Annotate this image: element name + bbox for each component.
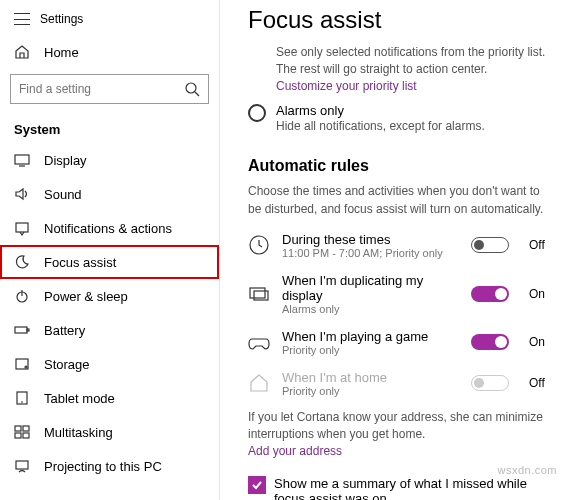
rule-sub: Priority only: [282, 344, 459, 356]
sidebar-item-focus-assist[interactable]: Focus assist: [0, 245, 219, 279]
sidebar-item-label: Multitasking: [44, 425, 113, 440]
priority-only-desc: See only selected notifications from the…: [276, 44, 551, 79]
duplicate-display-icon: [248, 283, 270, 305]
storage-icon: [14, 356, 30, 372]
sidebar-item-label: Focus assist: [44, 255, 116, 270]
toggle-game[interactable]: [471, 334, 509, 350]
svg-point-10: [25, 366, 27, 368]
toggle-home: [471, 375, 509, 391]
sidebar-item-label: Storage: [44, 357, 90, 372]
summary-label: Show me a summary of what I missed while…: [274, 476, 551, 500]
sidebar-item-multitasking[interactable]: Multitasking: [0, 415, 219, 449]
notifications-icon: [14, 220, 30, 236]
automatic-rules-title: Automatic rules: [248, 157, 551, 175]
sidebar: Settings Home System Display Sound: [0, 0, 220, 500]
sidebar-item-storage[interactable]: Storage: [0, 347, 219, 381]
rule-sub: Priority only: [282, 385, 459, 397]
sidebar-item-tablet[interactable]: Tablet mode: [0, 381, 219, 415]
svg-point-0: [186, 83, 196, 93]
toggle-state: Off: [529, 376, 551, 390]
search-input[interactable]: [19, 82, 179, 96]
search-box[interactable]: [10, 74, 209, 104]
toggle-duplicating[interactable]: [471, 286, 509, 302]
svg-rect-16: [23, 433, 29, 438]
customize-priority-link[interactable]: Customize your priority list: [276, 79, 551, 93]
moon-icon: [14, 254, 30, 270]
page-title: Focus assist: [248, 6, 551, 34]
sidebar-item-label: Tablet mode: [44, 391, 115, 406]
projecting-icon: [14, 458, 30, 474]
svg-rect-2: [15, 155, 29, 164]
toggle-state: On: [529, 335, 551, 349]
sidebar-item-label: Projecting to this PC: [44, 459, 162, 474]
alarms-only-option[interactable]: Alarms only Hide all notifications, exce…: [248, 103, 551, 135]
svg-rect-8: [27, 329, 29, 331]
sidebar-item-power[interactable]: Power & sleep: [0, 279, 219, 313]
toggle-state: Off: [529, 238, 551, 252]
rule-title: When I'm playing a game: [282, 329, 459, 344]
svg-rect-17: [16, 461, 28, 469]
home-nav[interactable]: Home: [0, 36, 219, 68]
clock-icon: [248, 234, 270, 256]
main-content: Focus assist See only selected notificat…: [220, 0, 569, 500]
home-label: Home: [44, 45, 79, 60]
rule-title: When I'm at home: [282, 370, 459, 385]
rule-duplicating-display[interactable]: When I'm duplicating my display Alarms o…: [248, 273, 551, 315]
rule-playing-game[interactable]: When I'm playing a game Priority only On: [248, 329, 551, 356]
sidebar-item-projecting[interactable]: Projecting to this PC: [0, 449, 219, 483]
sidebar-item-label: Battery: [44, 323, 85, 338]
sidebar-item-label: Display: [44, 153, 87, 168]
toggle-state: On: [529, 287, 551, 301]
sidebar-item-label: Power & sleep: [44, 289, 128, 304]
game-icon: [248, 331, 270, 353]
window-title: Settings: [40, 12, 83, 26]
battery-icon: [14, 322, 30, 338]
svg-rect-7: [15, 327, 27, 333]
svg-line-1: [195, 92, 199, 96]
multitasking-icon: [14, 424, 30, 440]
sidebar-item-notifications[interactable]: Notifications & actions: [0, 211, 219, 245]
sidebar-item-sound[interactable]: Sound: [0, 177, 219, 211]
svg-rect-19: [250, 288, 265, 298]
home-rule-icon: [248, 372, 270, 394]
alarms-only-label: Alarms only: [276, 103, 485, 118]
cortana-desc: If you let Cortana know your address, sh…: [248, 409, 551, 444]
sidebar-item-label: Notifications & actions: [44, 221, 172, 236]
summary-checkbox[interactable]: [248, 476, 266, 494]
sound-icon: [14, 186, 30, 202]
power-icon: [14, 288, 30, 304]
display-icon: [14, 152, 30, 168]
tablet-icon: [14, 390, 30, 406]
svg-rect-14: [23, 426, 29, 431]
rule-during-times[interactable]: During these times 11:00 PM - 7:00 AM; P…: [248, 232, 551, 259]
rule-sub: Alarms only: [282, 303, 459, 315]
rule-title: During these times: [282, 232, 459, 247]
search-icon: [184, 81, 200, 97]
sidebar-item-battery[interactable]: Battery: [0, 313, 219, 347]
radio-icon[interactable]: [248, 104, 266, 122]
rule-title: When I'm duplicating my display: [282, 273, 459, 303]
home-icon: [14, 44, 30, 60]
sidebar-item-label: Sound: [44, 187, 82, 202]
menu-icon[interactable]: [14, 13, 30, 25]
svg-rect-20: [254, 291, 268, 300]
rule-at-home: When I'm at home Priority only Off: [248, 370, 551, 397]
svg-rect-4: [16, 223, 28, 232]
alarms-only-desc: Hide all notifications, except for alarm…: [276, 118, 485, 135]
section-label: System: [0, 114, 219, 143]
watermark: wsxdn.com: [497, 464, 557, 476]
toggle-during-times[interactable]: [471, 237, 509, 253]
svg-rect-15: [15, 433, 21, 438]
svg-rect-13: [15, 426, 21, 431]
rule-sub: 11:00 PM - 7:00 AM; Priority only: [282, 247, 459, 259]
add-address-link[interactable]: Add your address: [248, 444, 551, 458]
automatic-rules-desc: Choose the times and activities when you…: [248, 183, 551, 218]
sidebar-item-display[interactable]: Display: [0, 143, 219, 177]
